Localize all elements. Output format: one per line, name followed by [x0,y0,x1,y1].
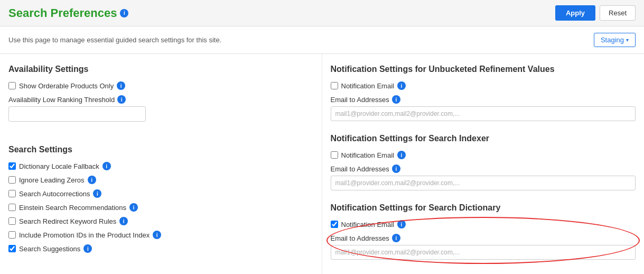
search-setting-row-3: Einstein Search Recommendations i [8,203,313,212]
search-setting-info-4[interactable]: i [119,217,128,225]
apply-button[interactable]: Apply [555,5,595,21]
search-settings-section: Search Settings Dictionary Locale Fallba… [8,145,313,253]
notification-unbucketed-addresses-input[interactable] [331,106,636,121]
search-setting-label-3: Einstein Search Recommendations [19,204,126,212]
notification-indexer-email-info[interactable]: i [397,151,406,159]
notification-dictionary-title: Notification Settings for Search Diction… [331,203,636,213]
search-setting-label-5: Include Promotion IDs in the Product Ind… [19,231,150,239]
threshold-field-label: Availability Low Ranking Threshold i [8,95,313,104]
notification-unbucketed-email-info[interactable]: i [397,81,406,90]
notification-unbucketed-addresses-group: Email to Addresses i [331,95,636,121]
notification-unbucketed-email-checkbox[interactable] [331,82,338,89]
notification-dictionary-addresses-label-text: Email to Addresses [331,234,389,242]
search-setting-row-1: Ignore Leading Zeros i [8,176,313,184]
notification-unbucketed-addresses-label-text: Email to Addresses [331,96,389,104]
staging-chevron-icon: ▾ [626,37,629,43]
search-setting-row-6: Search Suggestions i [8,244,313,253]
notification-unbucketed-section: Notification Settings for Unbucketed Ref… [331,65,636,121]
threshold-input[interactable]: 0.00 [8,106,146,122]
subheader: Use this page to manage essential guided… [0,26,644,54]
search-setting-info-6[interactable]: i [83,244,92,253]
notification-dictionary-email-checkbox[interactable] [331,221,338,228]
show-orderable-info-icon[interactable]: i [117,81,125,90]
search-setting-checkbox-3[interactable] [8,204,16,211]
threshold-info-icon[interactable]: i [117,95,126,104]
show-orderable-label: Show Orderable Products Only [19,82,114,90]
notification-dictionary-email-row: Notification Email i [331,220,636,229]
main-content: Availability Settings Show Orderable Pro… [0,54,644,274]
notification-unbucketed-email-label: Notification Email [341,82,394,90]
search-setting-label-2: Search Autocorrections [19,190,90,198]
search-setting-checkbox-5[interactable] [8,231,16,239]
availability-settings-section: Availability Settings Show Orderable Pro… [8,65,313,122]
header-left: Search Preferences i [8,6,128,20]
staging-label: Staging [601,36,624,44]
show-orderable-row: Show Orderable Products Only i [8,81,313,90]
search-setting-label-6: Search Suggestions [19,245,80,253]
threshold-field-group: Availability Low Ranking Threshold i 0.0… [8,95,313,122]
page-header: Search Preferences i Apply Reset [0,0,644,26]
search-setting-info-2[interactable]: i [93,189,101,198]
availability-settings-title: Availability Settings [8,65,313,74]
notification-unbucketed-email-row: Notification Email i [331,81,636,90]
notification-indexer-addresses-label: Email to Addresses i [331,165,636,173]
search-setting-checkbox-4[interactable] [8,217,16,225]
notification-indexer-addresses-info[interactable]: i [392,165,400,173]
notification-dictionary-addresses-input[interactable] [331,245,636,260]
search-setting-row-0: Dictionary Locale Fallback i [8,162,313,170]
notification-unbucketed-addresses-info[interactable]: i [392,95,400,104]
notification-dictionary-addresses-label: Email to Addresses i [331,234,636,242]
header-buttons: Apply Reset [555,5,636,21]
notification-unbucketed-addresses-label: Email to Addresses i [331,95,636,104]
subheader-description: Use this page to manage essential guided… [8,36,221,44]
right-column: Notification Settings for Unbucketed Ref… [322,54,645,274]
search-setting-info-1[interactable]: i [88,176,96,184]
notification-dictionary-section: Notification Settings for Search Diction… [331,203,636,260]
search-setting-label-0: Dictionary Locale Fallback [19,162,99,170]
staging-button[interactable]: Staging ▾ [594,33,636,47]
notification-unbucketed-title: Notification Settings for Unbucketed Ref… [331,65,636,74]
notification-indexer-addresses-input[interactable] [331,176,636,190]
notification-indexer-email-row: Notification Email i [331,151,636,159]
reset-button[interactable]: Reset [600,5,636,21]
notification-dictionary-email-label: Notification Email [341,221,394,229]
notification-indexer-section: Notification Settings for Search Indexer… [331,134,636,190]
search-setting-label-4: Search Redirect Keyword Rules [19,217,116,225]
notification-indexer-addresses-label-text: Email to Addresses [331,165,389,173]
left-column: Availability Settings Show Orderable Pro… [0,54,322,274]
search-settings-title: Search Settings [8,145,313,154]
search-setting-row-4: Search Redirect Keyword Rules i [8,217,313,225]
search-setting-checkbox-2[interactable] [8,190,16,197]
search-setting-info-0[interactable]: i [102,162,111,170]
search-setting-checkbox-6[interactable] [8,245,16,252]
notification-dictionary-addresses-info[interactable]: i [392,234,400,242]
search-setting-checkbox-0[interactable] [8,162,16,170]
search-setting-info-5[interactable]: i [153,231,161,239]
show-orderable-checkbox[interactable] [8,82,16,89]
page-title-info-icon[interactable]: i [120,9,128,17]
notification-indexer-addresses-group: Email to Addresses i [331,165,636,190]
notification-indexer-email-checkbox[interactable] [331,151,338,159]
search-setting-checkbox-1[interactable] [8,176,16,184]
threshold-label-text: Availability Low Ranking Threshold [8,96,115,104]
search-setting-info-3[interactable]: i [129,203,138,212]
notification-indexer-email-label: Notification Email [341,151,394,159]
notification-dictionary-addresses-group: Email to Addresses i [331,234,636,260]
search-setting-row-2: Search Autocorrections i [8,189,313,198]
notification-dictionary-email-info[interactable]: i [397,220,406,229]
notification-indexer-title: Notification Settings for Search Indexer [331,134,636,143]
search-setting-row-5: Include Promotion IDs in the Product Ind… [8,231,313,239]
search-setting-label-1: Ignore Leading Zeros [19,176,85,184]
page-title: Search Preferences [8,6,117,20]
